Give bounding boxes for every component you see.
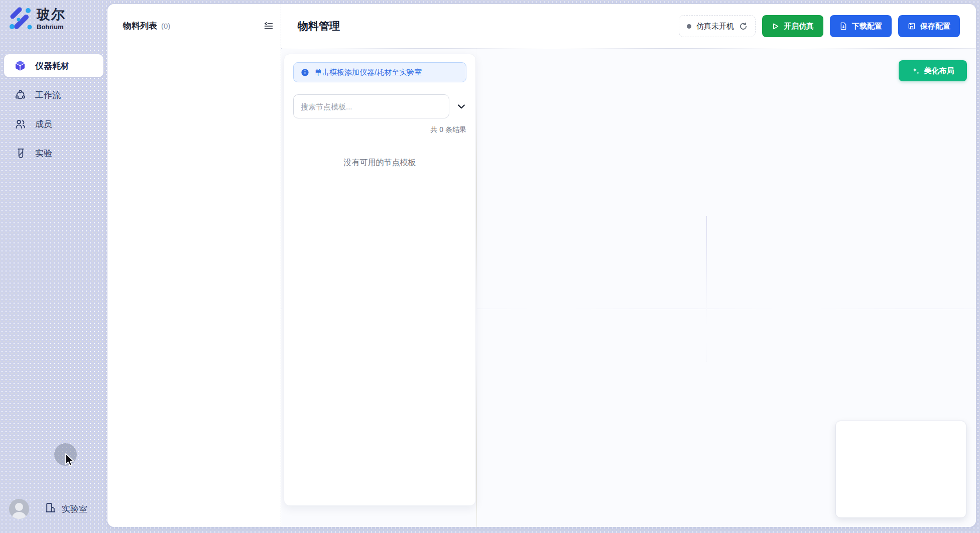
sidebar-item-label: 成员 <box>35 118 52 130</box>
sidebar-item-label: 仪器耗材 <box>35 60 69 72</box>
file-download-icon <box>839 22 847 30</box>
status-dot-icon <box>687 24 691 29</box>
sparkles-icon <box>912 67 920 75</box>
sidebar-nav: 仪器耗材 工作流 <box>4 54 103 165</box>
minimap-panel[interactable] <box>835 421 966 518</box>
header-actions: 仿真未开机 开启仿真 <box>679 15 960 37</box>
start-simulation-button[interactable]: 开启仿真 <box>762 15 823 37</box>
page-title: 物料管理 <box>298 19 340 33</box>
template-search-row <box>293 94 466 118</box>
mouse-cursor <box>63 452 76 469</box>
save-icon <box>908 22 916 30</box>
download-config-label: 下载配置 <box>852 22 882 31</box>
download-config-button[interactable]: 下载配置 <box>830 15 892 37</box>
members-icon <box>14 118 26 130</box>
template-search-input[interactable] <box>293 94 449 118</box>
refresh-icon[interactable] <box>739 22 748 31</box>
lab-label: 实验室 <box>62 503 87 515</box>
beautify-layout-button[interactable]: 美化布局 <box>899 60 967 81</box>
canvas-guide-vertical-right <box>706 216 707 361</box>
empty-templates-text: 没有可用的节点模板 <box>293 158 466 168</box>
sidebar-item-workflow[interactable]: 工作流 <box>4 83 103 106</box>
layout-canvas[interactable]: 单击模板添加仪器/耗材至实验室 共 0 条结果 没有可用的节点模板 <box>281 49 976 527</box>
brand-name-en: Bohrium <box>37 23 66 31</box>
material-list-title: 物料列表 <box>123 20 157 32</box>
chevron-down-icon[interactable] <box>456 101 466 111</box>
sidebar-footer: 实验室 <box>9 499 87 519</box>
bohrium-logo-icon <box>8 6 32 32</box>
material-list-panel: 物料列表 (0) <box>107 4 281 527</box>
cube-icon <box>14 60 26 72</box>
brand: 玻尔 Bohrium <box>8 6 66 32</box>
user-avatar[interactable] <box>9 499 29 519</box>
brand-text: 玻尔 Bohrium <box>37 8 66 31</box>
sidebar-item-label: 工作流 <box>35 89 61 101</box>
sidebar-item-experiments[interactable]: 实验 <box>4 142 103 165</box>
search-result-count: 共 0 条结果 <box>293 125 466 135</box>
beautify-layout-label: 美化布局 <box>924 66 954 76</box>
sidebar-item-label: 实验 <box>35 148 52 159</box>
template-hint-banner: 单击模板添加仪器/耗材至实验室 <box>293 62 466 82</box>
sidebar-item-instruments[interactable]: 仪器耗材 <box>4 54 103 77</box>
material-list-count: (0) <box>161 22 170 30</box>
workflow-icon <box>14 89 26 101</box>
start-simulation-label: 开启仿真 <box>784 22 814 31</box>
lab-switcher[interactable]: 实验室 <box>44 501 87 516</box>
save-config-label: 保存配置 <box>920 22 950 31</box>
sidebar-item-members[interactable]: 成员 <box>4 112 103 136</box>
sim-status-chip[interactable]: 仿真未开机 <box>679 15 756 37</box>
main-card: 物料列表 (0) 物料管理 仿真未开机 <box>107 4 976 527</box>
canvas-guide-vertical-left <box>476 49 477 527</box>
content-header: 物料管理 仿真未开机 <box>281 4 976 49</box>
building-icon <box>44 501 57 516</box>
app-root: 玻尔 Bohrium 仪器耗材 <box>0 0 980 533</box>
test-tube-icon <box>14 147 26 159</box>
template-hint-text: 单击模板添加仪器/耗材至实验室 <box>314 68 422 77</box>
sim-status-label: 仿真未开机 <box>696 22 734 31</box>
collapse-panel-icon[interactable] <box>264 21 274 31</box>
material-list-header: 物料列表 (0) <box>123 20 274 32</box>
template-picker-panel: 单击模板添加仪器/耗材至实验室 共 0 条结果 没有可用的节点模板 <box>284 54 476 506</box>
sidebar: 玻尔 Bohrium 仪器耗材 <box>0 0 107 533</box>
brand-name-zh: 玻尔 <box>37 8 66 23</box>
save-config-button[interactable]: 保存配置 <box>898 15 960 37</box>
play-icon <box>772 23 779 30</box>
info-icon <box>301 68 309 77</box>
